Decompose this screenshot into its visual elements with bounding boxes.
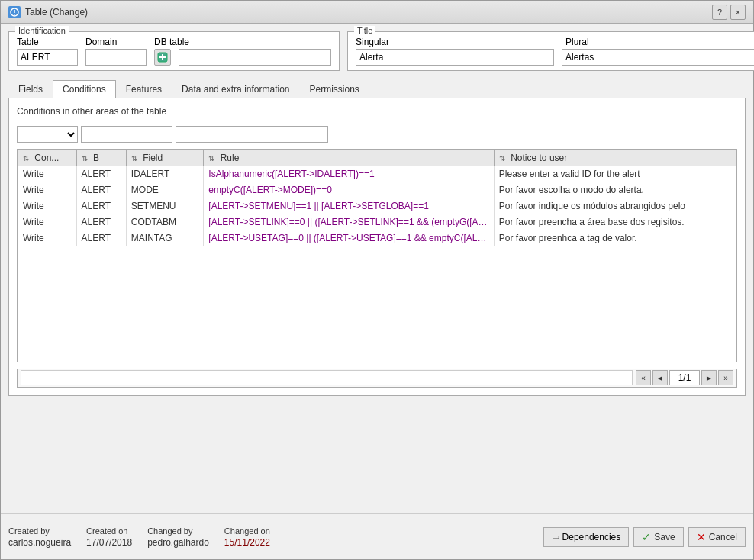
save-button[interactable]: ✓ Save xyxy=(633,527,683,547)
window-title: Table (Change) xyxy=(25,7,88,18)
filter-input-2[interactable] xyxy=(176,126,328,143)
plural-input[interactable] xyxy=(562,49,754,66)
dependencies-button[interactable]: ▭ Dependencies xyxy=(543,527,630,547)
cell-rule: [ALERT->USETAG]==0 || ([ALERT->USETAG]==… xyxy=(204,230,495,246)
title-section-label: Title xyxy=(354,26,375,35)
changed-on-label: Changed on xyxy=(224,526,270,536)
title-inputs xyxy=(356,49,754,66)
created-by-value: carlos.nogueira xyxy=(8,537,71,548)
cancel-button[interactable]: ✕ Cancel xyxy=(688,527,746,547)
created-on-value: 17/07/2018 xyxy=(86,537,132,548)
dbtable-input[interactable] xyxy=(179,49,331,66)
singular-input[interactable] xyxy=(356,49,554,66)
cell-rule: emptyC([ALERT->MODE])==0 xyxy=(204,182,495,198)
cell-field: SETMENU xyxy=(126,198,203,214)
svg-point-2 xyxy=(14,14,15,15)
changed-on-field: Changed on 15/11/2022 xyxy=(224,526,270,548)
cell-field: MAINTAG xyxy=(126,230,203,246)
conditions-table: ⇅ Con... ⇅ B ⇅ Field xyxy=(18,150,736,246)
cell-rule: IsAlphanumeric([ALERT->IDALERT])==1 xyxy=(204,166,495,182)
main-content: Identification Table Domain DB table xyxy=(1,24,753,513)
cell-rule: [ALERT->SETLINK]==0 || ([ALERT->SETLINK]… xyxy=(204,214,495,230)
conditions-section-title: Conditions in other areas of the table xyxy=(17,106,737,117)
cell-condition: Write xyxy=(18,214,77,230)
cell-notice: Por favor indique os módulos abrangidos … xyxy=(494,198,736,214)
cell-b: ALERT xyxy=(76,214,126,230)
title-section: Title Singular Plural xyxy=(347,31,754,71)
changed-by-value: pedro.galhardo xyxy=(147,537,209,548)
first-page-button[interactable]: « xyxy=(636,370,651,385)
page-info: 1/1 xyxy=(669,370,700,385)
table-row[interactable]: Write ALERT IDALERT IsAlphanumeric([ALER… xyxy=(18,166,736,182)
cell-notice: Por favor preenhca a tag de valor. xyxy=(494,230,736,246)
sort-icon-notice: ⇅ xyxy=(499,154,505,163)
page-status-area xyxy=(21,370,633,385)
add-domain-button[interactable] xyxy=(154,49,171,66)
cell-condition: Write xyxy=(18,198,77,214)
sort-icon-cond: ⇅ xyxy=(23,154,29,163)
dbtable-label: DB table xyxy=(154,37,189,47)
identification-label: Identification xyxy=(15,26,69,35)
cell-notice: Por favor escolha o modo do alerta. xyxy=(494,182,736,198)
changed-by-field: Changed by pedro.galhardo xyxy=(147,526,209,548)
tabs-section: Fields Conditions Features Data and extr… xyxy=(8,77,746,396)
sort-icon-rule: ⇅ xyxy=(208,154,214,163)
tab-data-extra[interactable]: Data and extra information xyxy=(172,80,299,98)
table-row[interactable]: Write ALERT SETMENU [ALERT->SETMENU]==1 … xyxy=(18,198,736,214)
top-sections: Identification Table Domain DB table xyxy=(8,31,746,71)
table-input[interactable] xyxy=(17,49,78,66)
col-header-rule[interactable]: ⇅ Rule xyxy=(204,150,495,166)
col-header-notice[interactable]: ⇅ Notice to user xyxy=(494,150,736,166)
cell-b: ALERT xyxy=(76,182,126,198)
plural-label: Plural xyxy=(566,37,589,47)
prev-page-button[interactable]: ◄ xyxy=(652,370,668,385)
cancel-x-icon: ✕ xyxy=(697,531,706,543)
cell-notice: Por favor preencha a área base dos regis… xyxy=(494,214,736,230)
filter-select[interactable] xyxy=(17,126,78,143)
col-header-b[interactable]: ⇅ B xyxy=(76,150,126,166)
domain-input[interactable] xyxy=(85,49,147,66)
save-check-icon: ✓ xyxy=(642,531,651,543)
tab-fields[interactable]: Fields xyxy=(8,80,53,98)
col-header-cond[interactable]: ⇅ Con... xyxy=(18,150,77,166)
cell-rule: [ALERT->SETMENU]==1 || [ALERT->SETGLOBA]… xyxy=(204,198,495,214)
created-by-field: Created by carlos.nogueira xyxy=(8,526,71,548)
created-on-label: Created on xyxy=(86,526,132,536)
id-inputs xyxy=(17,49,331,66)
table-header-row: ⇅ Con... ⇅ B ⇅ Field xyxy=(18,150,736,166)
table-label: Table xyxy=(17,37,78,47)
domain-label: Domain xyxy=(85,37,147,47)
col-header-field[interactable]: ⇅ Field xyxy=(126,150,203,166)
table-scroll[interactable]: ⇅ Con... ⇅ B ⇅ Field xyxy=(18,150,736,362)
tab-features[interactable]: Features xyxy=(116,80,172,98)
cell-b: ALERT xyxy=(76,198,126,214)
filter-row xyxy=(17,126,737,143)
title-bar-left: Table (Change) xyxy=(8,6,88,18)
close-button[interactable]: × xyxy=(730,5,746,20)
help-button[interactable]: ? xyxy=(712,5,727,20)
cell-b: ALERT xyxy=(76,166,126,182)
tab-permissions[interactable]: Permissions xyxy=(300,80,369,98)
title-buttons: ? × xyxy=(712,5,746,20)
filter-input-1[interactable] xyxy=(81,126,172,143)
next-page-button[interactable]: ► xyxy=(701,370,717,385)
main-window: Table (Change) ? × Identification Table … xyxy=(0,0,754,560)
table-row[interactable]: Write ALERT CODTABM [ALERT->SETLINK]==0 … xyxy=(18,214,736,230)
footer: Created by carlos.nogueira Created on 17… xyxy=(1,513,753,559)
last-page-button[interactable]: » xyxy=(718,370,733,385)
conditions-panel: Conditions in other areas of the table xyxy=(8,98,746,396)
window-icon xyxy=(8,6,21,18)
created-by-label: Created by xyxy=(8,526,71,536)
tab-conditions[interactable]: Conditions xyxy=(53,80,116,98)
cell-condition: Write xyxy=(18,182,77,198)
table-row[interactable]: Write ALERT MODE emptyC([ALERT->MODE])==… xyxy=(18,182,736,198)
sort-icon-b: ⇅ xyxy=(82,154,88,163)
cell-b: ALERT xyxy=(76,230,126,246)
tab-bar: Fields Conditions Features Data and extr… xyxy=(8,80,746,98)
created-on-field: Created on 17/07/2018 xyxy=(86,526,132,548)
title-bar: Table (Change) ? × xyxy=(1,1,753,24)
table-row[interactable]: Write ALERT MAINTAG [ALERT->USETAG]==0 |… xyxy=(18,230,736,246)
singular-label: Singular xyxy=(356,37,558,47)
identification-section: Identification Table Domain DB table xyxy=(8,31,340,71)
conditions-table-wrapper: ⇅ Con... ⇅ B ⇅ Field xyxy=(17,149,737,362)
